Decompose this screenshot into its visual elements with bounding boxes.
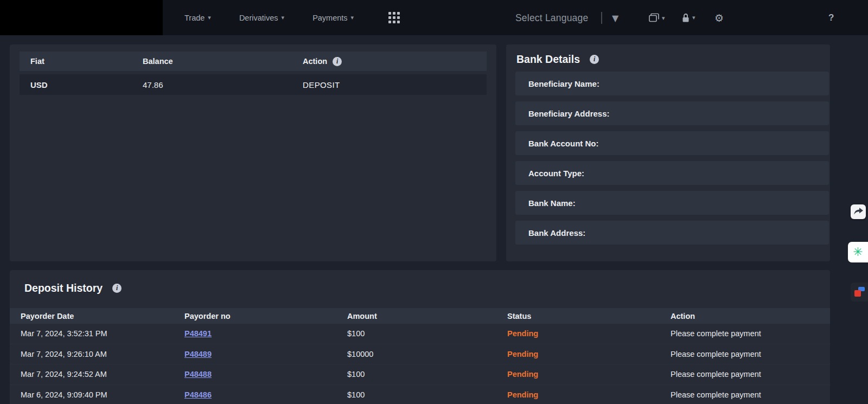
bank-detail-label: Account Type: <box>528 169 584 178</box>
fiat-balance-value: 47.86 <box>143 80 303 89</box>
chevron-down-icon: ▾ <box>282 14 285 21</box>
nav-trade-label: Trade <box>184 14 205 22</box>
bank-details-rows: Beneficiary Name:Beneficiary Address:Ban… <box>515 72 829 245</box>
payorder-date: Mar 7, 2024, 3:52:31 PM <box>21 329 184 338</box>
help-icon[interactable]: ? <box>828 12 834 23</box>
apps-grid-icon[interactable] <box>388 12 400 23</box>
info-icon[interactable]: i <box>333 57 342 66</box>
header-payorder-no: Payorder no <box>184 312 347 320</box>
deposit-button[interactable]: DEPOSIT <box>303 80 487 89</box>
fiat-balance-panel: Fiat Balance Action i USD 47.86 DEPOSIT <box>10 44 496 261</box>
amount-value: $100 <box>347 370 507 379</box>
history-header-row: Payorder Date Payorder no Amount Status … <box>10 308 830 324</box>
fiat-header-label: Fiat <box>30 57 143 66</box>
payorder-date: Mar 7, 2024, 9:26:10 AM <box>21 350 184 358</box>
nav-derivatives[interactable]: Derivatives ▾ <box>239 14 284 22</box>
bank-details-panel: Bank Details i Beneficiary Name:Benefici… <box>506 44 830 261</box>
chevron-down-icon: ▾ <box>662 14 665 21</box>
history-rows: Mar 7, 2024, 3:52:31 PMP48491$100Pending… <box>10 324 830 404</box>
account-security-menu[interactable]: ▾ <box>681 13 695 23</box>
payorder-link[interactable]: P48486 <box>184 390 212 399</box>
bank-detail-row: Beneficiary Address: <box>515 101 829 125</box>
bank-detail-label: Bank Address: <box>528 228 585 238</box>
bank-details-title-row: Bank Details i <box>516 53 599 66</box>
settings-gear-icon[interactable]: ⚙ <box>714 12 724 24</box>
documents-icon <box>649 13 660 22</box>
header-action: Action <box>671 312 830 320</box>
payorder-date: Mar 7, 2024, 9:24:52 AM <box>21 370 184 379</box>
bank-detail-row: Bank Address: <box>515 221 829 245</box>
deposit-history-title: Deposit History <box>24 282 103 294</box>
deposit-history-table: Payorder Date Payorder no Amount Status … <box>10 308 830 404</box>
info-icon[interactable]: i <box>112 284 122 293</box>
nav-derivatives-label: Derivatives <box>239 14 278 22</box>
header-payorder-date: Payorder Date <box>21 312 184 320</box>
chevron-down-icon: ▾ <box>692 14 695 21</box>
nav-payments-label: Payments <box>312 14 347 22</box>
language-caret-icon[interactable]: ▼ <box>612 12 618 23</box>
site-logo[interactable] <box>0 0 163 35</box>
header-amount: Amount <box>347 312 507 320</box>
top-navigation: Trade ▾ Derivatives ▾ Payments ▾ Select … <box>0 0 868 35</box>
payorder-cell: P48491 <box>184 329 347 338</box>
bank-detail-row: Bank Name: <box>515 191 829 215</box>
bank-detail-label: Bank Account No: <box>528 139 598 148</box>
status-badge: Pending <box>507 370 671 379</box>
action-text: Please complete payment <box>671 350 830 358</box>
main-menu: Trade ▾ Derivatives ▾ Payments ▾ <box>184 0 400 35</box>
deposit-history-panel: Deposit History i Payorder Date Payorder… <box>10 270 830 404</box>
payorder-cell: P48489 <box>184 350 347 358</box>
bank-detail-label: Bank Name: <box>528 198 576 208</box>
action-text: Please complete payment <box>671 390 830 399</box>
chevron-down-icon: ▾ <box>351 14 354 21</box>
share-arrow-icon <box>854 208 863 216</box>
status-badge: Pending <box>507 329 671 338</box>
language-selector[interactable]: Select Language <box>515 12 588 23</box>
payorder-link[interactable]: P48491 <box>184 329 212 338</box>
amount-value: $10000 <box>347 350 507 358</box>
bank-details-title: Bank Details <box>516 53 580 66</box>
history-row: Mar 7, 2024, 9:24:52 AMP48488$100Pending… <box>10 364 830 385</box>
history-row: Mar 7, 2024, 9:26:10 AMP48489$10000Pendi… <box>10 344 830 365</box>
extension-shape-icon <box>854 290 861 297</box>
amount-value: $100 <box>347 390 507 399</box>
payorder-cell: P48488 <box>184 370 347 379</box>
nav-payments[interactable]: Payments ▾ <box>312 14 354 22</box>
fiat-table-header: Fiat Balance Action i <box>20 52 487 71</box>
history-row: Mar 6, 2024, 9:09:40 PMP48486$100Pending… <box>10 385 830 404</box>
nav-trade[interactable]: Trade ▾ <box>184 14 211 22</box>
action-text: Please complete payment <box>671 370 830 379</box>
fiat-row-usd: USD 47.86 DEPOSIT <box>20 74 487 95</box>
bank-detail-label: Beneficiary Name: <box>528 79 599 88</box>
status-badge: Pending <box>507 350 671 358</box>
chatgpt-extension-button[interactable]: ✳ <box>848 242 868 262</box>
orders-menu[interactable]: ▾ <box>649 13 665 22</box>
balance-header-label: Balance <box>143 57 303 66</box>
header-status: Status <box>507 312 671 320</box>
browser-extension-button[interactable] <box>851 283 868 302</box>
chevron-down-icon: ▾ <box>208 14 211 21</box>
fiat-currency: USD <box>30 80 143 89</box>
bank-detail-label: Beneficiary Address: <box>528 109 610 118</box>
payorder-link[interactable]: P48488 <box>184 370 212 379</box>
status-badge: Pending <box>507 390 671 399</box>
action-header-label: Action <box>303 57 327 66</box>
payorder-cell: P48486 <box>184 390 347 399</box>
deposit-history-title-row: Deposit History i <box>24 282 122 294</box>
amount-value: $100 <box>347 329 507 338</box>
history-row: Mar 7, 2024, 3:52:31 PMP48491$100Pending… <box>10 324 830 344</box>
action-text: Please complete payment <box>671 329 830 338</box>
bank-detail-row: Beneficiary Name: <box>515 72 829 95</box>
payorder-date: Mar 6, 2024, 9:09:40 PM <box>21 390 184 399</box>
lock-icon <box>681 13 690 23</box>
bank-detail-row: Bank Account No: <box>515 131 829 155</box>
share-shortcut-button[interactable] <box>851 204 866 219</box>
bank-detail-row: Account Type: <box>515 161 829 185</box>
divider <box>601 12 602 24</box>
chatgpt-logo-icon: ✳ <box>853 246 863 258</box>
payorder-link[interactable]: P48489 <box>184 350 212 358</box>
info-icon[interactable]: i <box>590 55 599 64</box>
